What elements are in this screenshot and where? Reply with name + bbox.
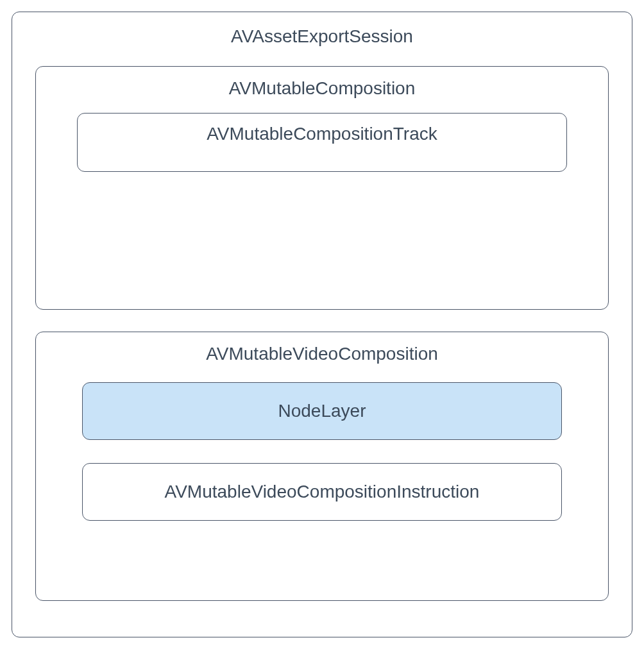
- video-composition-instruction-box: AVMutableVideoCompositionInstruction: [82, 463, 562, 521]
- node-layer-title: NodeLayer: [278, 401, 366, 421]
- spacer: [35, 310, 609, 332]
- video-composition-title: AVMutableVideoComposition: [82, 344, 562, 364]
- composition-track-box: AVMutableCompositionTrack: [77, 113, 567, 172]
- mutable-composition-box: AVMutableComposition AVMutableCompositio…: [35, 66, 609, 310]
- node-layer-box: NodeLayer: [82, 382, 562, 440]
- video-composition-instruction-title: AVMutableVideoCompositionInstruction: [165, 482, 480, 502]
- export-session-box: AVAssetExportSession AVMutableCompositio…: [12, 12, 632, 637]
- composition-track-title: AVMutableCompositionTrack: [207, 124, 437, 144]
- mutable-composition-title: AVMutableComposition: [77, 78, 567, 99]
- export-session-title: AVAssetExportSession: [35, 26, 609, 47]
- video-composition-box: AVMutableVideoComposition NodeLayer AVMu…: [35, 332, 609, 601]
